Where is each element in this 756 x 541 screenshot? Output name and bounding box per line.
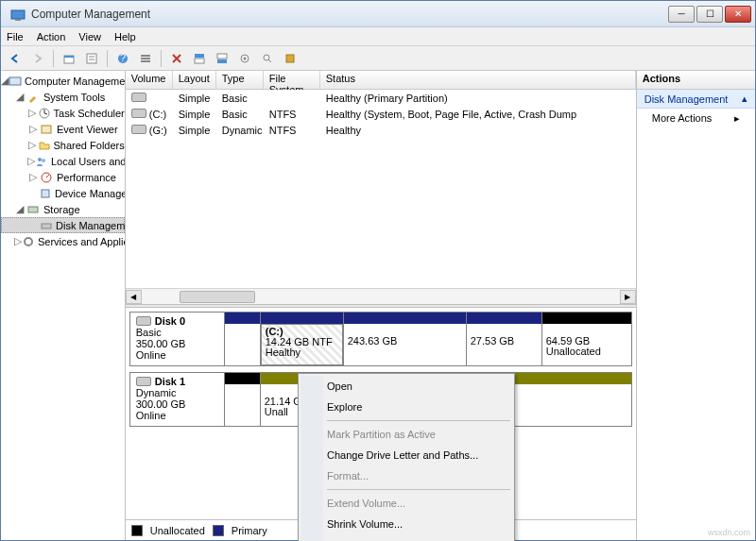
svg-rect-29 xyxy=(42,224,51,228)
back-button[interactable] xyxy=(5,48,26,69)
col-volume[interactable]: Volume xyxy=(126,71,173,89)
minimize-button[interactable]: ─ xyxy=(668,6,695,23)
actions-section[interactable]: Disk Management ▴ xyxy=(637,90,755,109)
view-bottom-button[interactable] xyxy=(212,48,232,69)
ctx-shrink[interactable]: Shrink Volume... xyxy=(301,514,512,534)
properties-button[interactable] xyxy=(81,48,102,69)
watermark: wsxdn.com xyxy=(708,528,750,537)
disk-icon xyxy=(136,377,151,386)
tree-system-tools[interactable]: ◢System Tools xyxy=(1,89,125,105)
svg-rect-10 xyxy=(141,58,150,59)
ctx-mirror: Add Mirror... xyxy=(301,534,512,541)
scroll-left-icon[interactable]: ◀ xyxy=(126,290,142,304)
ctx-extend: Extend Volume... xyxy=(301,493,512,514)
disk-info[interactable]: Disk 1 Dynamic 300.00 GB Online xyxy=(130,373,225,426)
scroll-track[interactable] xyxy=(142,290,620,304)
disk-row[interactable]: Disk 0 Basic 350.00 GB Online (C:)14.24 … xyxy=(129,312,632,366)
disk-info[interactable]: Disk 0 Basic 350.00 GB Online xyxy=(130,313,225,365)
computer-icon xyxy=(9,74,22,89)
delete-button[interactable] xyxy=(166,48,187,69)
menu-help[interactable]: Help xyxy=(114,31,136,42)
partition[interactable]: 243.63 GB xyxy=(344,313,467,365)
partition[interactable]: 64.59 GBUnallocated xyxy=(542,313,631,365)
svg-rect-3 xyxy=(64,56,74,58)
toolbar: ? xyxy=(1,46,755,71)
submenu-icon: ▸ xyxy=(734,112,740,125)
tree-performance[interactable]: ▷Performance xyxy=(1,169,125,185)
tree-disk-management[interactable]: Disk Management xyxy=(1,217,125,233)
svg-rect-15 xyxy=(217,59,227,63)
col-layout[interactable]: Layout xyxy=(173,71,216,89)
ctx-explore[interactable]: Explore xyxy=(301,397,512,417)
menu-icon-strip xyxy=(301,376,323,541)
actions-more[interactable]: More Actions ▸ xyxy=(637,109,755,128)
tree-root[interactable]: ◢Computer Management (Local xyxy=(1,73,125,89)
svg-rect-9 xyxy=(141,55,150,57)
services-icon xyxy=(22,234,35,249)
volume-icon xyxy=(131,93,146,102)
up-button[interactable] xyxy=(59,48,79,69)
scroll-right-icon[interactable]: ▶ xyxy=(620,290,636,304)
title-bar[interactable]: Computer Management ─ ☐ ✕ xyxy=(1,1,755,27)
list-row[interactable]: Simple Basic Healthy (Primary Partition) xyxy=(126,90,636,106)
partition-bar xyxy=(542,313,631,324)
list-button[interactable] xyxy=(135,48,156,69)
disk-icon xyxy=(136,316,151,326)
ctx-change-letter[interactable]: Change Drive Letter and Paths... xyxy=(301,445,512,465)
tree-device-manager[interactable]: Device Manager xyxy=(1,185,125,201)
separator xyxy=(53,50,54,67)
partition[interactable] xyxy=(225,313,261,365)
legend-label: Primary xyxy=(232,525,267,536)
view-top-button[interactable] xyxy=(189,48,210,69)
tree-storage[interactable]: ◢Storage xyxy=(1,201,125,217)
menu-action[interactable]: Action xyxy=(37,31,66,42)
find-button[interactable] xyxy=(257,48,278,69)
ctx-mark-active: Mark Partition as Active xyxy=(301,424,512,445)
context-menu[interactable]: Open Explore Mark Partition as Active Ch… xyxy=(298,373,515,541)
partition[interactable] xyxy=(225,373,261,426)
tree-task-scheduler[interactable]: ▷Task Scheduler xyxy=(1,105,125,121)
tree-services[interactable]: ▷Services and Applications xyxy=(1,233,125,249)
volume-icon xyxy=(131,125,146,134)
partition-bar xyxy=(225,373,260,384)
col-fs[interactable]: File System xyxy=(264,71,320,89)
svg-text:?: ? xyxy=(120,52,126,63)
svg-line-19 xyxy=(268,59,271,62)
list-row[interactable]: (C:) Simple Basic NTFS Healthy (System, … xyxy=(126,106,636,122)
app-icon xyxy=(10,7,26,22)
menu-file[interactable]: File xyxy=(7,31,24,42)
nav-tree[interactable]: ◢Computer Management (Local ◢System Tool… xyxy=(1,71,126,540)
partition-bar xyxy=(467,313,541,324)
help-button[interactable]: ? xyxy=(112,48,133,69)
scroll-thumb[interactable] xyxy=(180,291,255,303)
partition-selected[interactable]: (C:)14.24 GB NTFHealthy xyxy=(261,313,344,365)
close-button[interactable]: ✕ xyxy=(725,6,751,23)
list-row[interactable]: (G:) Simple Dynamic NTFS Healthy xyxy=(126,122,636,138)
col-type[interactable]: Type xyxy=(216,71,264,89)
partition[interactable]: 27.53 GB xyxy=(467,313,542,365)
refresh-button[interactable] xyxy=(280,48,301,69)
svg-rect-0 xyxy=(11,10,25,19)
volume-list[interactable]: Simple Basic Healthy (Primary Partition)… xyxy=(126,90,636,288)
forward-button[interactable] xyxy=(27,48,48,69)
maximize-button[interactable]: ☐ xyxy=(696,6,723,23)
tree-shared-folders[interactable]: ▷Shared Folders xyxy=(1,137,125,153)
storage-icon xyxy=(26,202,41,217)
tree-local-users[interactable]: ▷Local Users and Groups xyxy=(1,153,125,169)
device-icon xyxy=(39,186,52,201)
ctx-open[interactable]: Open xyxy=(301,376,512,397)
tools-icon xyxy=(26,90,41,105)
menu-view[interactable]: View xyxy=(78,31,101,42)
col-status[interactable]: Status xyxy=(320,71,636,89)
svg-point-17 xyxy=(244,57,247,59)
settings-button[interactable] xyxy=(234,48,255,69)
clock-icon xyxy=(38,106,51,121)
collapse-icon[interactable]: ▴ xyxy=(742,93,747,105)
svg-rect-11 xyxy=(141,60,150,62)
h-scrollbar[interactable]: ◀ ▶ xyxy=(126,288,636,304)
menu-separator xyxy=(327,489,510,490)
legend-swatch-unallocated xyxy=(131,525,143,536)
separator xyxy=(161,50,162,67)
tree-event-viewer[interactable]: ▷Event Viewer xyxy=(1,121,125,137)
partition-bar xyxy=(344,313,466,324)
